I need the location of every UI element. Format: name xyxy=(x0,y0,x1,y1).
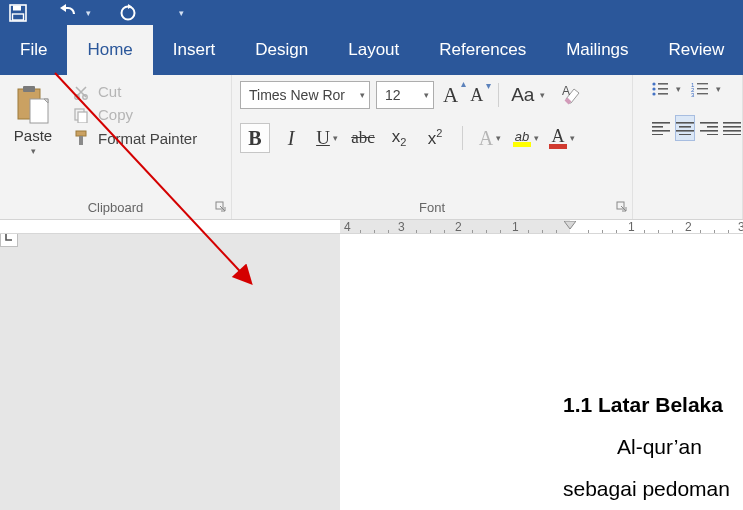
customize-qat-icon[interactable]: ▾ xyxy=(179,8,184,18)
font-color-button[interactable]: A ▾ xyxy=(547,123,577,153)
doc-heading: 1.1 Latar Belaka xyxy=(563,384,743,426)
svg-rect-6 xyxy=(30,99,48,123)
svg-rect-40 xyxy=(723,122,741,124)
group-paragraph: ▾ 123 ▾ xyxy=(633,75,743,219)
svg-rect-34 xyxy=(676,130,694,132)
align-center-button[interactable] xyxy=(675,115,695,141)
doc-line-1: Al-qur’an xyxy=(563,426,743,468)
svg-text:3: 3 xyxy=(691,92,695,97)
text-effects-button[interactable]: A▾ xyxy=(475,123,505,153)
align-right-button[interactable] xyxy=(699,115,719,141)
svg-rect-39 xyxy=(707,134,718,135)
svg-rect-25 xyxy=(697,88,708,89)
svg-rect-21 xyxy=(658,93,668,95)
undo-icon[interactable]: ▾ xyxy=(58,4,91,22)
svg-rect-10 xyxy=(78,112,87,123)
svg-rect-27 xyxy=(697,93,708,94)
svg-rect-12 xyxy=(79,136,83,145)
numbering-icon: 123 xyxy=(691,81,709,97)
copy-label: Copy xyxy=(98,106,133,123)
separator xyxy=(462,126,463,150)
doc-line-2: sebagai pedoman xyxy=(563,468,743,510)
shrink-down-icon: ▾ xyxy=(486,80,491,91)
paste-caret-icon[interactable]: ▾ xyxy=(31,146,36,156)
paste-label: Paste xyxy=(14,127,52,144)
clipboard-launcher-icon[interactable] xyxy=(215,201,227,213)
copy-button[interactable]: Copy xyxy=(72,106,197,123)
cut-button[interactable]: Cut xyxy=(72,83,197,100)
tab-insert[interactable]: Insert xyxy=(153,25,236,75)
redo-icon[interactable] xyxy=(117,4,139,22)
bold-button[interactable]: B xyxy=(240,123,270,153)
font-launcher-icon[interactable] xyxy=(616,201,628,213)
highlight-button[interactable]: ab ▾ xyxy=(511,123,541,153)
grow-font-button[interactable]: A▴ xyxy=(440,83,461,108)
svg-rect-30 xyxy=(652,130,670,132)
copy-icon xyxy=(72,107,90,123)
highlight-caret-icon[interactable]: ▾ xyxy=(534,133,539,143)
highlight-swatch xyxy=(513,142,531,147)
svg-rect-23 xyxy=(697,83,708,84)
underline-button[interactable]: U▾ xyxy=(312,123,342,153)
change-case-button[interactable]: Aa▾ xyxy=(511,84,545,106)
font-name-combo[interactable]: Times New Ror ▾ xyxy=(240,81,370,109)
svg-rect-32 xyxy=(676,122,694,124)
bullets-button[interactable]: ▾ xyxy=(651,81,681,97)
horizontal-ruler[interactable]: 4 3 2 1 1 2 3 xyxy=(0,220,743,234)
italic-button[interactable]: I xyxy=(276,123,306,153)
tab-file[interactable]: File xyxy=(0,25,67,75)
numbering-button[interactable]: 123 ▾ xyxy=(691,81,721,97)
font-name-value: Times New Ror xyxy=(249,87,345,103)
clipboard-group-label: Clipboard xyxy=(8,198,223,217)
tab-layout[interactable]: Layout xyxy=(328,25,419,75)
svg-rect-5 xyxy=(23,86,35,92)
ribbon: Paste ▾ Cut Copy xyxy=(0,75,743,220)
tab-references[interactable]: References xyxy=(419,25,546,75)
group-clipboard: Paste ▾ Cut Copy xyxy=(0,75,232,219)
numbering-caret-icon[interactable]: ▾ xyxy=(716,84,721,94)
superscript-button[interactable]: x2 xyxy=(420,123,450,153)
font-size-caret-icon[interactable]: ▾ xyxy=(424,90,429,100)
svg-rect-42 xyxy=(723,130,741,132)
separator xyxy=(498,83,499,107)
tab-home[interactable]: Home xyxy=(67,25,152,75)
subscript-button[interactable]: x2 xyxy=(384,123,414,153)
font-size-combo[interactable]: 12 ▾ xyxy=(376,81,434,109)
undo-caret-icon[interactable]: ▾ xyxy=(86,8,91,18)
format-painter-button[interactable]: Format Painter xyxy=(72,129,197,147)
svg-point-16 xyxy=(652,82,655,85)
font-color-caret-icon[interactable]: ▾ xyxy=(570,133,575,143)
effects-caret-icon[interactable]: ▾ xyxy=(496,133,501,143)
svg-point-20 xyxy=(652,92,655,95)
font-color-swatch xyxy=(549,144,567,149)
quick-access-toolbar: ▾ ▾ xyxy=(0,0,743,25)
format-painter-icon xyxy=(72,129,90,147)
tab-review[interactable]: Review xyxy=(649,25,743,75)
ribbon-tabbar: File Home Insert Design Layout Reference… xyxy=(0,25,743,75)
svg-text:A: A xyxy=(562,85,570,98)
svg-rect-35 xyxy=(679,134,691,135)
first-line-indent-icon[interactable] xyxy=(564,220,576,232)
underline-caret-icon[interactable]: ▾ xyxy=(333,133,338,143)
clear-formatting-button[interactable]: A xyxy=(561,84,583,106)
svg-rect-19 xyxy=(658,88,668,90)
svg-point-18 xyxy=(652,87,655,90)
svg-rect-29 xyxy=(652,126,663,128)
cut-label: Cut xyxy=(98,83,121,100)
svg-rect-37 xyxy=(707,126,718,128)
strikethrough-button[interactable]: abc xyxy=(348,123,378,153)
align-justify-button[interactable] xyxy=(722,115,742,141)
tab-mailings[interactable]: Mailings xyxy=(546,25,648,75)
svg-rect-38 xyxy=(700,130,718,132)
font-name-caret-icon[interactable]: ▾ xyxy=(360,90,365,100)
paste-button[interactable]: Paste ▾ xyxy=(8,81,58,156)
font-group-label: Font xyxy=(240,198,624,217)
svg-rect-33 xyxy=(679,126,691,128)
change-case-caret-icon[interactable]: ▾ xyxy=(540,90,545,100)
shrink-font-button[interactable]: A▾ xyxy=(467,85,486,106)
svg-rect-17 xyxy=(658,83,668,85)
tab-design[interactable]: Design xyxy=(235,25,328,75)
save-icon[interactable] xyxy=(8,3,28,23)
align-left-button[interactable] xyxy=(651,115,671,141)
bullets-caret-icon[interactable]: ▾ xyxy=(676,84,681,94)
